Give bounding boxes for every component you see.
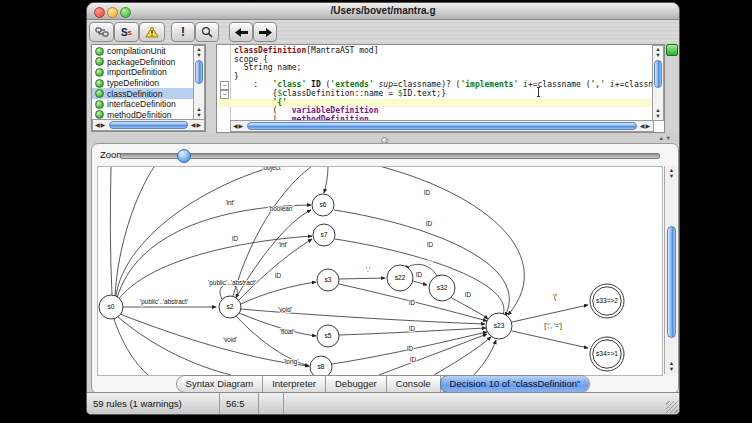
graph-edge-label: ID <box>426 220 433 227</box>
sidebar-item-compilationUnit[interactable]: compilationUnit <box>92 46 194 57</box>
status-cursor-position: 56:5 <box>220 393 259 414</box>
forward-button[interactable] <box>253 22 277 42</box>
tab-console[interactable]: Console <box>387 376 441 392</box>
scroll-up-icon[interactable]: ▲▼ <box>194 47 204 58</box>
graph-edge-label: 'int' <box>225 199 234 206</box>
code-token: ',' <box>591 80 605 89</box>
graph-edge <box>512 331 588 348</box>
graph-edge-label: 'float' <box>280 328 295 335</box>
graph-edge-label: ID <box>409 299 416 306</box>
svg-text:s33=>2: s33=>2 <box>596 297 618 304</box>
scroll-down-icon[interactable]: ▲▼ <box>194 107 204 118</box>
graph-edge-label: ID <box>424 189 431 196</box>
tab-debugger[interactable]: Debugger <box>326 376 387 392</box>
sidebar-item-label: compilationUnit <box>107 46 166 56</box>
check-grammar-button[interactable]: ! <box>171 22 195 42</box>
code-line[interactable]: {$classDefinition::name = $ID.text;} <box>234 90 652 99</box>
tab-interpreter[interactable]: Interpreter <box>263 376 326 392</box>
graph-state-s7[interactable]: s7 <box>313 224 335 246</box>
graph-edge-label: '.' <box>428 259 432 266</box>
svg-text:s7: s7 <box>321 231 328 238</box>
resize-grip-icon[interactable] <box>666 401 678 413</box>
sidebar-item-packageDefinition[interactable]: packageDefinition <box>92 57 194 68</box>
graph-vertical-scrollbar[interactable]: ▲▼ ▲▼ <box>664 166 678 374</box>
rules-scroll-thumb[interactable] <box>195 60 203 84</box>
tab-decision-10-of-classdefinition[interactable]: Decision 10 of "classDefinition" <box>440 375 591 393</box>
graph-state-s32[interactable]: s32 <box>429 275 455 301</box>
graph-edge <box>239 313 316 336</box>
graph-edge-label: ID <box>416 271 423 278</box>
rule-icon <box>95 89 104 98</box>
svg-text:s32: s32 <box>437 284 448 291</box>
scroll-left-icon[interactable]: ◀▶ <box>95 121 106 128</box>
graph-edge-label: ID <box>407 345 414 352</box>
rule-icon <box>95 57 104 66</box>
decision-panel: Zoom s0s2s6s7s3s22s32s5s8s23s33=>2s34=>1… <box>91 143 679 394</box>
graph-state-s34[interactable]: s34=>1 <box>590 337 624 371</box>
code-line[interactable]: String name; <box>234 64 652 73</box>
zoom-slider[interactable] <box>120 153 660 159</box>
find-button[interactable] <box>195 22 219 42</box>
scroll-down-icon[interactable]: ▲▼ <box>653 108 663 119</box>
graph-state-s8[interactable]: s8 <box>310 356 332 375</box>
graph-edge <box>413 281 427 285</box>
splitter-arrows-icon[interactable]: ▲ ▼ <box>659 135 671 141</box>
sidebar-item-interfaceDefinition[interactable]: interfaceDefinition <box>92 99 194 110</box>
graph-edge-label: ID <box>410 356 417 363</box>
editor-hscroll-thumb[interactable] <box>247 122 637 130</box>
graph-scroll-thumb[interactable] <box>667 226 676 338</box>
graph-edge <box>334 210 509 316</box>
sidebar-item-label: packageDefinition <box>107 57 175 67</box>
upper-split: compilationUnitpackageDefinitionimportDe… <box>87 42 679 133</box>
toolbar: Ss ! <box>87 20 679 43</box>
graph-edge-label: 'long' <box>284 358 299 366</box>
forward-arrow-icon <box>259 28 272 37</box>
scroll-down-icon[interactable]: ▲▼ <box>665 361 678 372</box>
scroll-left-icon[interactable]: ◀▶ <box>233 122 244 129</box>
zoom-slider-thumb[interactable] <box>177 149 191 163</box>
editor-scroll-thumb[interactable] <box>654 60 662 88</box>
graph-state-s2[interactable]: s2 <box>219 296 241 318</box>
window-title: /Users/bovet/mantra.g <box>87 5 679 16</box>
svg-text:s3: s3 <box>325 276 332 283</box>
rules-horizontal-scrollbar[interactable]: ◀▶ ◀▶ <box>92 119 205 131</box>
sidebar-item-importDefinition[interactable]: importDefinition <box>92 67 194 78</box>
editor-pane[interactable]: −− classDefinition[MantraAST mod]scope {… <box>216 44 665 133</box>
graph-edge-label: '.' <box>366 266 370 273</box>
text-cursor <box>535 87 542 97</box>
warnings-button[interactable] <box>139 22 165 42</box>
tokens-icon: S <box>121 27 128 38</box>
editor-vertical-scrollbar[interactable]: ▲▼ ▲▼ <box>652 45 664 121</box>
scroll-up-icon[interactable]: ▲▼ <box>653 47 663 58</box>
tab-syntax-diagram[interactable]: Syntax Diagram <box>177 376 264 392</box>
graph-edge <box>115 167 154 296</box>
syntax-diagram-button[interactable] <box>89 22 114 42</box>
graph-state-s5[interactable]: s5 <box>317 325 339 347</box>
rules-vertical-scrollbar[interactable]: ▲▼ ▲▼ <box>193 45 205 120</box>
graph-state-s0[interactable]: s0 <box>99 295 123 319</box>
rules-hscroll-thumb[interactable] <box>109 121 188 129</box>
code-line[interactable]: classDefinition[MantraAST mod] <box>234 47 652 56</box>
scroll-right-icon[interactable]: ◀▶ <box>191 121 202 128</box>
graph-state-s33[interactable]: s33=>2 <box>590 284 624 318</box>
graph-edge <box>120 314 309 366</box>
sidebar-item-typeDefinition[interactable]: typeDefinition <box>92 78 194 89</box>
graph-state-s23[interactable]: s23 <box>486 313 512 339</box>
scroll-up-icon[interactable]: ▲▼ <box>665 168 678 179</box>
graph-state-s6[interactable]: s6 <box>312 194 334 216</box>
title-bar[interactable]: /Users/bovet/mantra.g <box>87 3 679 20</box>
code-token: String name; <box>234 63 301 72</box>
find-tokens-button[interactable]: Ss <box>114 22 139 42</box>
graph-edge-label: ID <box>465 291 472 298</box>
sidebar-item-classDefinition[interactable]: classDefinition <box>92 88 194 99</box>
exclamation-icon: ! <box>181 26 185 38</box>
editor-horizontal-scrollbar[interactable]: ◀▶ ◀▶ <box>230 120 654 132</box>
graph-edge <box>335 239 504 317</box>
dfa-graph-view[interactable]: s0s2s6s7s3s22s32s5s8s23s33=>2s34=>1'publ… <box>97 166 663 376</box>
grammar-health-indicator <box>666 44 678 56</box>
graph-state-s3[interactable]: s3 <box>317 269 339 291</box>
rules-pane: compilationUnitpackageDefinitionimportDe… <box>91 44 206 132</box>
back-button[interactable] <box>229 22 253 42</box>
scroll-right-icon[interactable]: ◀▶ <box>640 122 651 129</box>
graph-state-s22[interactable]: s22 <box>387 265 413 291</box>
